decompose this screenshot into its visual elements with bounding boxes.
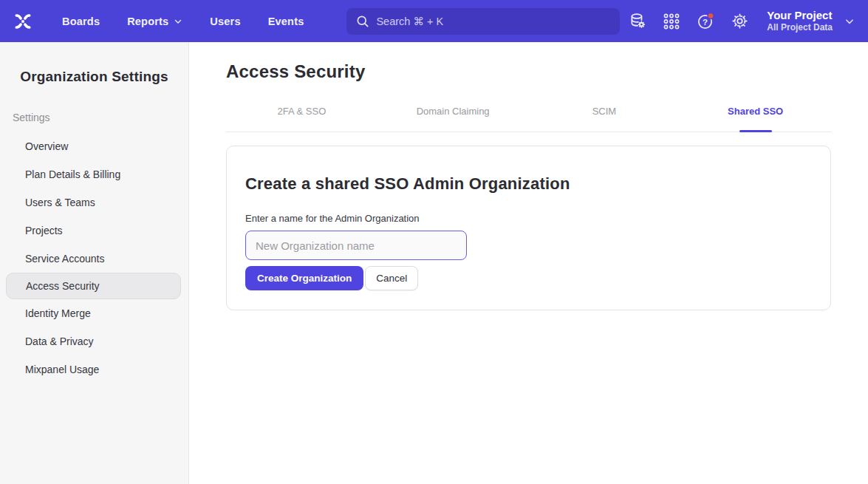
tab-scim[interactable]: SCIM	[529, 98, 680, 132]
top-navigation-bar: Boards Reports Users Events	[0, 0, 868, 42]
project-switcher-text: Your Project All Project Data	[767, 9, 833, 34]
mixpanel-logo-icon[interactable]	[13, 12, 33, 31]
project-name: Your Project	[767, 9, 832, 23]
nav-item-events-label: Events	[268, 16, 304, 27]
data-management-button[interactable]	[621, 7, 655, 36]
help-button[interactable]: ?	[688, 7, 722, 36]
sidebar-item-projects[interactable]: Projects	[0, 217, 188, 245]
tab-2fa-sso[interactable]: 2FA & SSO	[226, 98, 377, 132]
sidebar-item-plan-details-billing[interactable]: Plan Details & Billing	[0, 160, 188, 188]
sidebar-item-access-security[interactable]: Access Security	[6, 273, 181, 299]
sidebar-item-identity-merge[interactable]: Identity Merge	[0, 299, 188, 327]
svg-text:?: ?	[703, 18, 708, 27]
sidebar-item-service-accounts[interactable]: Service Accounts	[0, 245, 188, 273]
chevron-down-icon	[844, 16, 855, 27]
search-icon	[355, 14, 370, 29]
tab-domain-claiming-label: Domain Claiming	[417, 106, 490, 117]
apps-grid-icon	[663, 13, 680, 30]
settings-icon	[731, 12, 749, 30]
help-icon: ?	[696, 11, 716, 31]
nav-item-reports[interactable]: Reports	[127, 16, 182, 27]
page-title: Access Security	[226, 61, 831, 82]
org-name-field-label: Enter a name for the Admin Organization	[245, 213, 812, 224]
sidebar-list: Overview Plan Details & Billing Users & …	[0, 132, 188, 384]
notification-dot	[708, 13, 714, 19]
nav-item-reports-label: Reports	[127, 16, 168, 27]
create-sso-admin-org-card: Create a shared SSO Admin Organization E…	[226, 146, 831, 310]
project-switcher[interactable]: Your Project All Project Data	[767, 9, 855, 34]
tab-domain-claiming[interactable]: Domain Claiming	[377, 98, 529, 132]
settings-sidebar: Organization Settings Settings Overview …	[0, 42, 189, 484]
tab-bar: 2FA & SSO Domain Claiming SCIM Shared SS…	[226, 98, 831, 132]
sidebar-item-overview[interactable]: Overview	[0, 132, 188, 160]
apps-grid-button[interactable]	[655, 7, 688, 36]
active-tab-underline	[739, 130, 772, 132]
global-search	[346, 8, 620, 35]
chevron-down-icon	[174, 17, 182, 26]
app-window: Boards Reports Users Events	[0, 0, 868, 484]
card-button-row: Create Organization Cancel	[245, 266, 812, 290]
settings-button[interactable]	[722, 7, 756, 36]
org-name-input[interactable]	[245, 231, 467, 260]
project-scope: All Project Data	[767, 22, 833, 33]
tab-shared-sso[interactable]: Shared SSO	[680, 98, 831, 132]
nav-item-boards-label: Boards	[62, 16, 100, 27]
main-content: Access Security 2FA & SSO Domain Claimin…	[189, 42, 868, 484]
data-management-icon	[629, 12, 647, 30]
sidebar-section-label: Settings	[0, 112, 188, 123]
tab-shared-sso-label: Shared SSO	[728, 106, 783, 117]
nav-item-users[interactable]: Users	[210, 16, 240, 27]
sidebar-item-data-privacy[interactable]: Data & Privacy	[0, 327, 188, 355]
primary-nav-links: Boards Reports Users Events	[62, 16, 304, 27]
sidebar-item-mixpanel-usage[interactable]: Mixpanel Usage	[0, 355, 188, 384]
tab-2fa-sso-label: 2FA & SSO	[277, 106, 326, 117]
card-title: Create a shared SSO Admin Organization	[245, 174, 812, 194]
nav-right-controls: ? Your Project All Project Data	[621, 7, 855, 36]
search-input[interactable]	[346, 8, 620, 35]
sidebar-title: Organization Settings	[0, 69, 188, 85]
nav-item-events[interactable]: Events	[268, 16, 304, 27]
create-organization-button[interactable]: Create Organization	[245, 266, 363, 290]
nav-item-boards[interactable]: Boards	[62, 16, 100, 27]
tab-scim-label: SCIM	[592, 106, 617, 117]
sidebar-item-users-teams[interactable]: Users & Teams	[0, 188, 188, 217]
nav-item-users-label: Users	[210, 16, 240, 27]
cancel-button[interactable]: Cancel	[365, 266, 418, 290]
